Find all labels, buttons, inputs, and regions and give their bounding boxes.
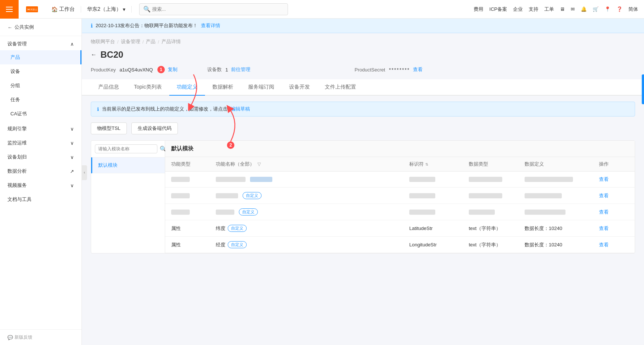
edit-draft-link[interactable]: 编辑草稿 — [231, 106, 250, 112]
support-link[interactable]: 支持 — [529, 6, 538, 13]
annotation-1: 1 — [157, 66, 165, 73]
breadcrumb: 物联网平台 / 设备管理 / 产品 / 产品详情 — [82, 33, 644, 48]
table-row: 属性 纬度 自定义 LatitudeStr text（字符串） 数据长度：102… — [165, 220, 635, 237]
chevron-down-icon: ∨ — [70, 154, 74, 160]
logo[interactable]: H 阿里云 — [19, 3, 45, 15]
col-header-name: 功能名称（全部） ▽ — [216, 161, 409, 167]
sort-icon[interactable]: ⇅ — [425, 162, 428, 166]
sidebar-item-groups[interactable]: 分组 — [0, 79, 81, 93]
tab-function-def[interactable]: 功能定义 — [169, 79, 205, 95]
copy-button[interactable]: 复制 — [168, 66, 177, 73]
nav-icon-location[interactable]: 📍 — [605, 6, 611, 12]
sidebar-section-docs[interactable]: 文档与工具 — [0, 192, 81, 206]
chevron-down-icon: ∨ — [70, 140, 74, 146]
workbench-link[interactable]: 🏠 工作台 — [45, 6, 81, 13]
tab-topic-list[interactable]: Topic类列表 — [126, 79, 169, 95]
manage-link[interactable]: 前往管理 — [231, 66, 250, 73]
nav-icon-2[interactable]: ✉ — [571, 6, 575, 12]
sidebar-collapse-btn[interactable]: ‹ — [82, 165, 87, 180]
product-key-item: ProductKey a1uQS4uvXNQ 1 复制 — [91, 66, 177, 73]
action-bar: 物模型TSL 生成设备端代码 — [82, 122, 644, 140]
order-link[interactable]: 工单 — [544, 6, 554, 13]
device-count-item: 设备数 1 前往管理 — [207, 66, 250, 73]
table-row: 自定义 查看 — [165, 204, 635, 220]
row-action-1[interactable]: 查看 — [599, 176, 609, 183]
tab-data-analysis[interactable]: 数据解析 — [205, 79, 241, 95]
product-info: ProductKey a1uQS4uvXNQ 1 复制 设备数 1 前往管理 P… — [82, 66, 644, 79]
nav-icon-help[interactable]: ❓ — [616, 6, 622, 12]
tab-service-subscribe[interactable]: 服务端订阅 — [241, 79, 282, 95]
chevron-down-icon: ∨ — [70, 183, 74, 188]
search-icon: 🔍 — [143, 6, 151, 13]
sidebar-section-rules[interactable]: 规则引擎 ∨ — [0, 121, 81, 135]
sidebar-back[interactable]: ← 公共实例 — [0, 19, 81, 36]
product-secret-item: ProductSecret ******** 查看 — [355, 66, 423, 73]
chevron-down-icon: ▾ — [123, 6, 125, 12]
nav-icon-bell[interactable]: 🔔 — [581, 6, 587, 12]
tag-custom-2: 自定义 — [239, 208, 258, 215]
sidebar-section-device-mgmt[interactable]: 设备管理 ∧ — [0, 36, 81, 50]
tag-lon: 自定义 — [228, 241, 247, 248]
table-header-row: 默认模块 — [165, 141, 635, 157]
tab-device-dev[interactable]: 设备开发 — [282, 79, 317, 95]
row-action-3[interactable]: 查看 — [599, 209, 609, 215]
feedback-icon: 💬 — [7, 335, 13, 340]
module-list: 🔍 默认模块 — [91, 140, 165, 253]
col-header-type: 功能类型 — [171, 161, 216, 167]
search-input[interactable] — [152, 6, 284, 12]
sidebar-item-devices[interactable]: 设备 — [0, 64, 81, 79]
hamburger-menu[interactable] — [0, 0, 19, 19]
view-secret-link[interactable]: 查看 — [413, 66, 423, 73]
sidebar-item-tasks[interactable]: 任务 — [0, 93, 81, 107]
row-action-5[interactable]: 查看 — [599, 242, 609, 248]
breadcrumb-item-0[interactable]: 物联网平台 — [91, 38, 115, 45]
sidebar-section-allocation[interactable]: 设备划归 ∨ — [0, 149, 81, 163]
nav-icon-1[interactable]: 🖥 — [560, 6, 565, 12]
main-layout: ← 公共实例 设备管理 ∧ 产品 设备 分组 任务 CA证书 规则引擎 ∨ 监控… — [0, 19, 644, 345]
nav-icon-cart[interactable]: 🛒 — [593, 6, 599, 12]
right-edge-bar — [642, 74, 644, 104]
tag-custom: 自定义 — [243, 192, 262, 199]
chevron-down-icon: ∨ — [70, 126, 74, 132]
sidebar-section-data[interactable]: 数据分析 ↗ — [0, 163, 81, 178]
feedback-link[interactable]: 💬 新版反馈 — [0, 329, 81, 345]
enterprise-link[interactable]: 企业 — [513, 6, 523, 13]
col-header-id: 标识符 ⇅ — [409, 161, 469, 167]
page-back-arrow[interactable]: ← — [91, 51, 97, 58]
tab-file-upload[interactable]: 文件上传配置 — [317, 79, 363, 95]
sidebar-item-ca[interactable]: CA证书 — [0, 107, 81, 121]
svg-text:阿里云: 阿里云 — [31, 9, 37, 11]
table-col-headers: 功能类型 功能名称（全部） ▽ 标识符 ⇅ 数据类型 数据定义 操作 — [165, 157, 635, 172]
filter-icon[interactable]: ▽ — [257, 162, 261, 167]
module-layout: 🔍 默认模块 默认模块 功能类型 功能名称（全部） ▽ 标识符 — [82, 140, 644, 253]
tsl-button[interactable]: 物模型TSL — [91, 122, 127, 134]
fee-link[interactable]: 费用 — [474, 6, 483, 13]
sidebar-section-monitor[interactable]: 监控运维 ∨ — [0, 135, 81, 149]
sidebar-section-video[interactable]: 视频服务 ∨ — [0, 178, 81, 192]
chevron-up-icon: ∧ — [70, 41, 74, 47]
sidebar-item-products[interactable]: 产品 — [0, 50, 81, 64]
language-selector[interactable]: 简体 — [628, 6, 638, 13]
breadcrumb-item-1[interactable]: 设备管理 — [121, 38, 140, 45]
search-bar[interactable]: 🔍 — [139, 3, 288, 15]
region-selector[interactable]: 华东2（上海） ▾ — [81, 6, 132, 13]
row-action-2[interactable]: 查看 — [599, 192, 609, 199]
info-icon: ℹ — [91, 23, 93, 29]
announcement-link[interactable]: 查看详情 — [201, 22, 220, 29]
back-arrow-icon: ← — [7, 25, 12, 30]
table-row: 查看 — [165, 172, 635, 188]
col-header-action: 操作 — [599, 161, 629, 167]
module-search-input[interactable] — [95, 144, 157, 153]
external-icon: ↗ — [70, 169, 74, 174]
gen-code-button[interactable]: 生成设备端代码 — [131, 122, 178, 134]
row-action-4[interactable]: 查看 — [599, 225, 609, 232]
sidebar: ← 公共实例 设备管理 ∧ 产品 设备 分组 任务 CA证书 规则引擎 ∨ 监控… — [0, 19, 82, 345]
svg-text:H: H — [28, 8, 30, 11]
tabs-bar: 产品信息 Topic类列表 功能定义 数据解析 服务端订阅 设备开发 文件上传配… — [82, 79, 644, 96]
table-row: 属性 经度 自定义 LongitudeStr text（字符串） 数据长度：10… — [165, 237, 635, 253]
breadcrumb-item-2[interactable]: 产品 — [146, 38, 156, 45]
breadcrumb-item-3: 产品详情 — [161, 38, 181, 45]
icp-link[interactable]: ICP备案 — [489, 6, 507, 13]
tab-product-info[interactable]: 产品信息 — [91, 79, 126, 95]
module-item-default[interactable]: 默认模块 — [91, 157, 165, 173]
